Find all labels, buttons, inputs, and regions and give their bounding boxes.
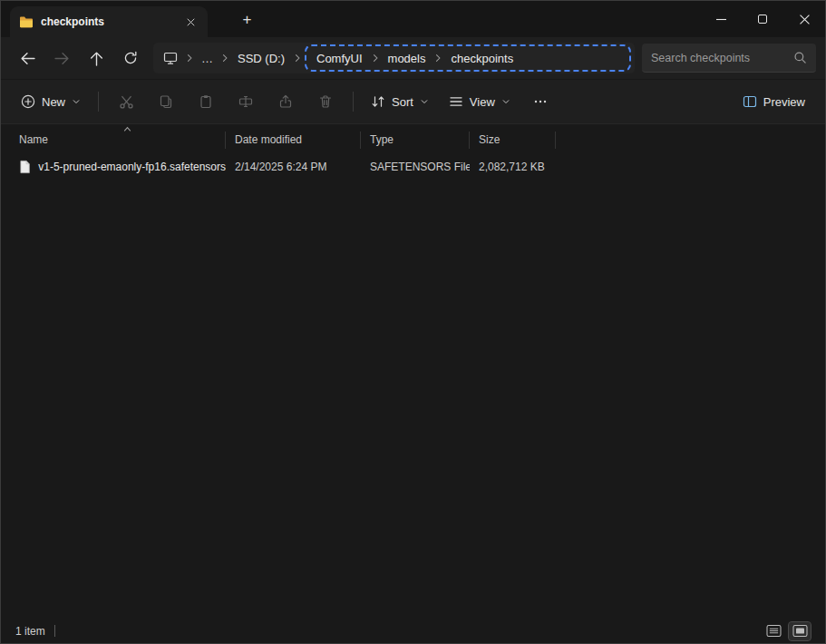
explorer-tab[interactable]: checkpoints bbox=[10, 6, 208, 37]
toolbar-divider bbox=[353, 92, 354, 112]
minimize-button[interactable] bbox=[700, 1, 742, 37]
trash-icon bbox=[318, 94, 333, 109]
item-count: 1 item bbox=[15, 625, 45, 638]
file-list-area: Name Date modified Type Size v1-5-pruned… bbox=[1, 123, 825, 619]
view-button[interactable]: View bbox=[440, 85, 520, 118]
tab-close-button[interactable] bbox=[182, 14, 199, 30]
file-date-modified: 2/14/2025 6:24 PM bbox=[226, 161, 361, 173]
view-button-label: View bbox=[470, 95, 495, 109]
chevron-down-icon bbox=[72, 97, 81, 106]
search-box[interactable] bbox=[642, 44, 816, 73]
address-row: … SSD (D:) ComfyUI models checkpoints bbox=[1, 37, 825, 79]
clipboard-icon bbox=[199, 94, 213, 109]
more-dots-icon bbox=[533, 94, 548, 109]
chevron-right-icon[interactable] bbox=[184, 53, 195, 63]
new-button-label: New bbox=[42, 95, 65, 109]
file-row[interactable]: v1-5-pruned-emaonly-fp16.safetensors 2/1… bbox=[1, 153, 825, 181]
file-size: 2,082,712 KB bbox=[470, 161, 556, 173]
monitor-icon bbox=[163, 51, 178, 65]
view-list-icon bbox=[449, 94, 463, 109]
file-explorer-window: checkpoints + bbox=[0, 0, 826, 644]
chevron-right-icon[interactable] bbox=[370, 53, 381, 63]
preview-button-label: Preview bbox=[763, 95, 805, 109]
refresh-button[interactable] bbox=[113, 43, 148, 73]
minimize-icon bbox=[716, 15, 726, 24]
breadcrumb-ellipsis[interactable]: … bbox=[195, 47, 219, 70]
column-header-date-modified[interactable]: Date modified bbox=[226, 132, 361, 149]
new-tab-button[interactable]: + bbox=[235, 7, 259, 32]
back-button[interactable] bbox=[10, 43, 44, 73]
file-type: SAFETENSORS File bbox=[361, 161, 470, 173]
address-bar[interactable]: … SSD (D:) ComfyUI models checkpoints bbox=[153, 43, 635, 73]
delete-button[interactable] bbox=[306, 85, 345, 118]
close-icon bbox=[800, 15, 810, 24]
column-header-type[interactable]: Type bbox=[361, 132, 470, 149]
forward-arrow-icon bbox=[54, 51, 70, 66]
paste-button[interactable] bbox=[187, 85, 225, 118]
sort-button[interactable]: Sort bbox=[362, 85, 438, 118]
refresh-icon bbox=[123, 51, 138, 65]
large-icons-view-toggle[interactable] bbox=[789, 622, 811, 640]
view-toggle-group bbox=[763, 622, 811, 640]
folder-icon bbox=[19, 16, 34, 28]
tab-title: checkpoints bbox=[41, 15, 175, 28]
window-controls bbox=[700, 1, 825, 37]
plus-icon: + bbox=[243, 11, 252, 29]
chevron-right-icon[interactable] bbox=[432, 53, 443, 63]
titlebar: checkpoints + bbox=[1, 1, 825, 37]
details-view-toggle[interactable] bbox=[763, 622, 784, 640]
share-icon bbox=[278, 94, 293, 109]
chevron-down-icon bbox=[420, 97, 429, 106]
share-button[interactable] bbox=[267, 85, 305, 118]
status-bar-divider bbox=[54, 625, 55, 637]
this-pc-button[interactable] bbox=[157, 45, 184, 71]
column-headers: Name Date modified Type Size bbox=[1, 129, 825, 151]
breadcrumb-selection: ComfyUI models checkpoints bbox=[305, 44, 631, 72]
details-view-icon bbox=[766, 624, 782, 638]
chevron-down-icon bbox=[501, 97, 510, 106]
status-bar: 1 item bbox=[1, 619, 825, 643]
up-arrow-icon bbox=[89, 51, 104, 66]
up-button[interactable] bbox=[79, 43, 113, 73]
cut-button[interactable] bbox=[107, 85, 145, 118]
breadcrumb-checkpoints[interactable]: checkpoints bbox=[443, 47, 520, 70]
breadcrumb-models[interactable]: models bbox=[381, 47, 433, 70]
new-button[interactable]: New bbox=[12, 85, 90, 118]
search-input[interactable] bbox=[651, 52, 788, 64]
large-icons-view-icon bbox=[792, 624, 808, 638]
breadcrumb-drive[interactable]: SSD (D:) bbox=[230, 47, 292, 70]
forward-button[interactable] bbox=[44, 43, 79, 73]
maximize-button[interactable] bbox=[742, 1, 783, 37]
file-name-cell: v1-5-pruned-emaonly-fp16.safetensors bbox=[1, 160, 226, 174]
toolbar-divider bbox=[98, 92, 99, 112]
rename-icon bbox=[238, 94, 253, 109]
back-arrow-icon bbox=[20, 51, 35, 66]
maximize-icon bbox=[758, 15, 767, 24]
command-toolbar: New bbox=[1, 79, 825, 123]
chevron-right-icon[interactable] bbox=[292, 53, 303, 63]
sort-ascending-caret-icon bbox=[122, 125, 132, 132]
sort-button-label: Sort bbox=[392, 95, 413, 109]
column-header-size[interactable]: Size bbox=[470, 132, 556, 149]
file-icon bbox=[19, 160, 31, 174]
close-icon bbox=[187, 18, 195, 26]
close-window-button[interactable] bbox=[783, 1, 825, 37]
breadcrumb-comfyui[interactable]: ComfyUI bbox=[309, 47, 370, 70]
more-options-button[interactable] bbox=[521, 85, 559, 118]
circle-plus-icon bbox=[21, 94, 35, 109]
file-name: v1-5-pruned-emaonly-fp16.safetensors bbox=[38, 161, 226, 173]
column-header-name[interactable]: Name bbox=[1, 132, 226, 149]
chevron-right-icon[interactable] bbox=[219, 53, 230, 63]
preview-button[interactable]: Preview bbox=[734, 85, 814, 118]
preview-pane-icon bbox=[743, 94, 757, 109]
scissors-icon bbox=[119, 94, 134, 110]
sort-icon bbox=[371, 94, 385, 109]
copy-button[interactable] bbox=[147, 85, 185, 118]
search-icon bbox=[793, 51, 807, 64]
copy-icon bbox=[159, 94, 173, 109]
rename-button[interactable] bbox=[227, 85, 265, 118]
